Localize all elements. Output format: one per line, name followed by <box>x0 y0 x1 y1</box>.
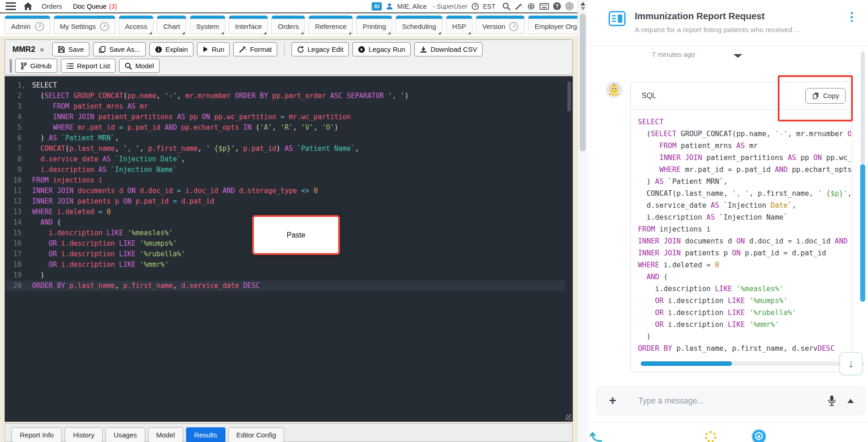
download-csv-button[interactable]: Download CSV <box>414 42 483 56</box>
nav-tab-access[interactable]: Access <box>119 16 154 34</box>
report-id: MMR2 <box>12 45 35 54</box>
settings-ring-icon[interactable] <box>705 431 716 442</box>
wand-icon[interactable] <box>515 2 523 11</box>
nav-tab-orders[interactable]: Orders <box>271 16 305 34</box>
nav-tab-chart[interactable]: Chart <box>157 16 187 34</box>
code-line-6[interactable]: 6 ) AS `Patient MRN`, <box>5 133 565 144</box>
chat-code-line: WHERE mr.pat_id = p.pat_id AND pp.echart… <box>638 164 851 176</box>
nav-tab-printing[interactable]: Printing <box>356 16 392 34</box>
chat-code-line: INNER JOIN patient_partitions AS pp ON p… <box>638 152 851 164</box>
bottom-tab-history[interactable]: History <box>65 427 103 442</box>
hamburger-menu-icon[interactable] <box>5 2 16 11</box>
keyboard-icon[interactable] <box>539 3 549 10</box>
line-number: 1▾ <box>5 80 22 91</box>
toolbar-grip[interactable] <box>10 59 12 73</box>
home-icon[interactable] <box>23 2 33 10</box>
explain-button[interactable]: Explain <box>149 42 193 56</box>
nav-tab-hsp[interactable]: HSP <box>446 16 473 34</box>
search-icon[interactable] <box>502 2 511 11</box>
microphone-icon[interactable] <box>827 395 836 407</box>
nav-tab-admin[interactable]: Admin↗ <box>5 16 50 34</box>
scroll-up-icon[interactable] <box>581 2 585 6</box>
legacy-edit-button[interactable]: Legacy Edit <box>291 42 349 56</box>
horizontal-scrollbar-thumb[interactable] <box>641 361 732 366</box>
nav-tab-system[interactable]: System <box>190 16 225 34</box>
kebab-menu-icon[interactable] <box>851 11 853 23</box>
bottom-tab-usages[interactable]: Usages <box>105 427 145 442</box>
attach-plus-icon[interactable]: + <box>609 394 616 408</box>
help-icon[interactable]: ? <box>553 2 561 10</box>
github-button[interactable]: GitHub <box>15 59 57 73</box>
run-button[interactable]: Run <box>197 42 230 56</box>
tab-label: HSP <box>452 22 467 30</box>
code-line-1[interactable]: 1▾SELECT <box>5 80 565 91</box>
code-line-20[interactable]: 20ORDER BY p.last_name, p.first_name, d.… <box>5 281 565 291</box>
code-line-3[interactable]: 3 FROM patient_mrns AS mr <box>5 101 565 112</box>
code-line-19[interactable]: 19 ) <box>5 270 565 281</box>
line-number: 14 <box>5 217 22 228</box>
button-label: Model <box>135 62 154 70</box>
nav-tabs: Admin↗My Settings↗AccessChartSystemInter… <box>0 14 577 36</box>
language-label: SQL <box>642 92 656 100</box>
line-number: 10 <box>5 175 22 186</box>
code-line-9[interactable]: 9 i.description AS `Injection Name` <box>5 165 565 175</box>
scroll-down-icon[interactable] <box>581 7 585 11</box>
collapse-arrow-icon[interactable] <box>733 54 742 58</box>
report-toolbar: MMR2 » SaveSave As...ExplainRunFormatLeg… <box>5 39 573 75</box>
panel-scrollbar-thumb-active[interactable] <box>860 164 865 302</box>
message-input[interactable] <box>638 396 823 406</box>
nav-tab-version[interactable]: Version↗ <box>476 16 525 34</box>
panel-scrollbar-thumb[interactable] <box>861 51 865 164</box>
code-line-8[interactable]: 8 d.service_date AS `Injection Date`, <box>5 154 565 165</box>
legacy-run-button[interactable]: Legacy Run <box>352 42 411 56</box>
bottom-tab-model[interactable]: Model <box>148 427 183 442</box>
external-link-icon: ↗ <box>509 22 518 31</box>
globe-icon[interactable] <box>527 2 535 11</box>
ai-badge[interactable]: AI <box>372 2 382 11</box>
nav-tab-reference[interactable]: Reference <box>308 16 353 34</box>
doc-queue-link[interactable]: Doc Queue (3) <box>73 3 117 10</box>
code-line-18[interactable]: 18 OR i.description LIKE '%mmr%' <box>5 260 565 270</box>
app-scrollbar-thumb[interactable] <box>580 14 586 151</box>
code-line-4[interactable]: 4 INNER JOIN patient_partitions AS pp ON… <box>5 112 565 122</box>
paste-button[interactable]: Paste <box>252 215 340 255</box>
code-line-10[interactable]: 10FROM injections i <box>5 175 565 186</box>
editor-resize-grip[interactable] <box>566 414 571 420</box>
save-button[interactable]: Save <box>52 42 89 56</box>
dl-icon <box>420 46 427 53</box>
code-line-7[interactable]: 7 CONCAT(p.last_name, ', ', p.first_name… <box>5 144 565 154</box>
save-as-button[interactable]: Save As... <box>93 42 146 56</box>
nav-tab-my-settings[interactable]: My Settings↗ <box>54 16 115 34</box>
code-line-5[interactable]: 5 WHERE mr.pat_id = p.pat_id AND pp.echa… <box>5 122 565 133</box>
avatar[interactable] <box>565 2 574 11</box>
horizontal-scrollbar[interactable] <box>641 361 864 366</box>
chat-code-line: i.description LIKE '%measles%' <box>638 283 851 295</box>
nav-tab-employer-organizations[interactable]: Employer Organizations↗ <box>528 16 577 34</box>
nav-tab-interface[interactable]: Interface <box>229 16 268 34</box>
bottom-tab-results[interactable]: Results <box>186 427 225 442</box>
app-scrollbar[interactable] <box>577 0 588 442</box>
code-line-2[interactable]: 2 (SELECT GROUP_CONCAT(pp.name, '-', mr.… <box>5 91 565 101</box>
editor-scrollbar-thumb[interactable] <box>567 81 571 111</box>
collapse-input-icon[interactable] <box>847 399 854 403</box>
report-list-button[interactable]: Report List <box>61 59 116 73</box>
bottom-tab-report-info[interactable]: Report Info <box>11 427 62 442</box>
orders-link[interactable]: Orders <box>42 3 62 10</box>
model-button[interactable]: Model <box>119 59 159 73</box>
nav-tab-scheduling[interactable]: Scheduling <box>396 16 442 34</box>
message-input-bar: + <box>596 386 865 415</box>
scroll-to-bottom-button[interactable]: ↓ <box>840 352 863 375</box>
fold-chevron-icon[interactable]: ▾ <box>22 83 25 93</box>
code-line-12[interactable]: 12INNER JOIN patients p ON p.pat_id = d.… <box>5 196 565 207</box>
line-number: 11 <box>5 186 22 196</box>
format-button[interactable]: Format <box>233 42 277 56</box>
expander-chevron[interactable]: » <box>40 45 44 54</box>
timezone-label[interactable]: EST <box>483 3 495 10</box>
user-name[interactable]: MIE, Alice <box>397 3 427 10</box>
saveas-icon <box>99 46 106 53</box>
bottom-tab-editor-config[interactable]: Editor Config <box>228 427 285 442</box>
code-line-11[interactable]: 11INNER JOIN documents d ON d.doc_id = i… <box>5 186 565 196</box>
reply-arrow-icon[interactable] <box>589 431 602 442</box>
list-icon <box>66 63 74 69</box>
assistant-logo-icon[interactable] <box>752 429 766 442</box>
